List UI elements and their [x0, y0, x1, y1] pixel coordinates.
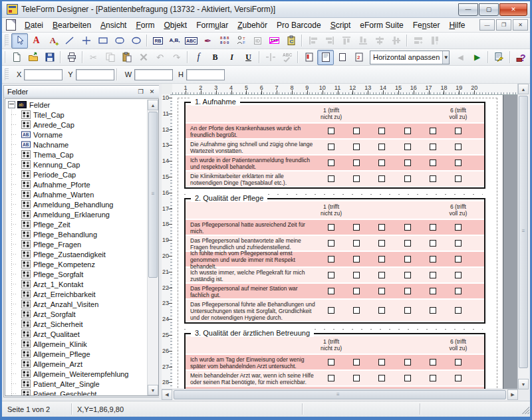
toolbar-grip[interactable]: [5, 68, 9, 80]
tree-item-periode_cap[interactable]: Periode_Cap: [5, 169, 147, 179]
menu-item-eform-suite[interactable]: eForm Suite: [355, 19, 408, 31]
checkbox-cell[interactable]: [319, 355, 344, 369]
capture-field-tool-button[interactable]: RB: [150, 33, 166, 49]
checkbox-cell[interactable]: [395, 252, 420, 266]
tree-scrollbar-thumb[interactable]: [148, 112, 158, 278]
question-row[interactable]: Das Pflegepersonal auf meiner Station wa…: [186, 284, 484, 298]
checkbox-cell[interactable]: [344, 284, 369, 298]
checkbox[interactable]: [455, 307, 462, 314]
checkbox[interactable]: [328, 307, 334, 314]
checkbox[interactable]: [328, 240, 334, 247]
checkbox[interactable]: [455, 272, 462, 278]
panel-float-button[interactable]: ❒: [135, 86, 146, 96]
checkbox[interactable]: [404, 240, 411, 247]
checkbox[interactable]: [430, 224, 436, 231]
checkbox[interactable]: [455, 175, 462, 182]
checkbox[interactable]: [378, 307, 385, 314]
checkbox[interactable]: [378, 288, 385, 294]
checkbox-cell[interactable]: [446, 140, 471, 154]
form-section-3[interactable]: 3. Qualität der ärztlichen Betreuung1 (t…: [184, 333, 485, 389]
menu-item-zubeh-r[interactable]: Zubehör: [233, 19, 272, 31]
checkbox-cell[interactable]: [446, 252, 471, 266]
checkbox-cell[interactable]: [420, 220, 446, 235]
checkbox-cell[interactable]: [420, 284, 446, 298]
checkbox-cell[interactable]: [344, 156, 369, 170]
horizontal-scrollbar[interactable]: ◀ ▶: [162, 389, 518, 401]
print-field-tool-button[interactable]: A,B,: [166, 33, 183, 49]
checkbox[interactable]: [328, 359, 334, 366]
question-row[interactable]: Die Klinikmitarbeiter erklärten mir alle…: [186, 171, 484, 186]
checkbox[interactable]: [328, 375, 334, 381]
checkbox-cell[interactable]: [420, 252, 446, 266]
checkbox[interactable]: [328, 159, 334, 166]
menu-item-pro-barcode[interactable]: Pro Barcode: [272, 19, 326, 31]
autoprint-text-tool-button[interactable]: A✦: [45, 33, 61, 49]
checkbox-cell[interactable]: [420, 236, 446, 251]
checkbox[interactable]: [404, 272, 411, 278]
checkbox[interactable]: [328, 272, 334, 278]
line-tool-button[interactable]: [61, 33, 78, 49]
checkbox-cell[interactable]: [369, 268, 394, 282]
checkbox[interactable]: [404, 144, 411, 150]
question-row[interactable]: Mein behandelnder Arzt war, wenn ich sei…: [186, 371, 484, 385]
checkbox-cell[interactable]: [395, 284, 420, 298]
checkbox-cell[interactable]: [344, 268, 369, 282]
menu-item-fenster[interactable]: Fenster: [408, 19, 445, 31]
tree-item-titel_cap[interactable]: Titel_Cap: [5, 110, 147, 120]
checkbox-cell[interactable]: [319, 252, 344, 266]
scroll-left-arrow[interactable]: ◀: [162, 389, 172, 400]
tree-item-allgemein_weiterempfehlung[interactable]: Allgemein_Weiterempfehlung: [5, 369, 147, 379]
checkbox[interactable]: [378, 224, 385, 231]
tree-item-thema_cap[interactable]: Thema_Cap: [5, 150, 147, 159]
tree-item-pflege_kompetenz[interactable]: Pflege_Kompetenz: [5, 259, 147, 269]
checkbox[interactable]: [353, 375, 360, 381]
checkbox-cell[interactable]: [344, 220, 369, 235]
menu-item-formular[interactable]: Formular: [192, 19, 233, 31]
checkbox-cell[interactable]: [319, 371, 344, 385]
tree-item-arzt_1_kontakt[interactable]: Arzt_1_Kontakt: [5, 279, 147, 289]
signature-field-tool-button[interactable]: ✒: [200, 33, 216, 49]
checkbox-cell[interactable]: [420, 156, 446, 170]
checkbox-cell[interactable]: [395, 236, 420, 251]
checkbox[interactable]: [404, 359, 411, 366]
h-scrollbar-thumb[interactable]: [174, 390, 506, 399]
menu-item-ansicht[interactable]: Ansicht: [96, 19, 131, 31]
tree-item-pflege_fragen[interactable]: Pflege_Fragen: [5, 239, 147, 249]
question-row[interactable]: An der Pforte des Krankenhauses wurde ic…: [186, 124, 484, 138]
toolbar-grip[interactable]: [5, 51, 5, 63]
checkbox-cell[interactable]: [369, 140, 394, 154]
checkbox[interactable]: [353, 307, 360, 314]
checkbox-cell[interactable]: [446, 371, 471, 385]
tree-item-anmeldung_erklaerung[interactable]: Anmeldung_Erklaerung: [5, 209, 147, 219]
form-test-button[interactable]: [491, 50, 507, 65]
web-resources-button[interactable]: [529, 50, 532, 65]
checkbox-cell[interactable]: [369, 300, 394, 321]
checkbox[interactable]: [455, 375, 462, 381]
tree-item-anrede_cap[interactable]: Anrede_Cap: [5, 120, 147, 130]
close-button[interactable]: ✕: [499, 3, 527, 16]
checkbox[interactable]: [328, 256, 334, 262]
checkbox-cell[interactable]: [446, 220, 471, 235]
v-scrollbar-thumb[interactable]: [519, 96, 528, 368]
tree-item-arzt_sicherheit[interactable]: Arzt_Sicherheit: [5, 319, 147, 329]
checkbox[interactable]: [404, 256, 411, 262]
checkbox-cell[interactable]: [369, 284, 394, 298]
checkbox-cell[interactable]: [319, 284, 344, 298]
view-two-pages-button[interactable]: 2: [350, 50, 367, 65]
menu-item-form[interactable]: Form: [131, 19, 159, 31]
mdi-restore-button[interactable]: ❐: [496, 19, 511, 31]
question-row[interactable]: Das Pflegepersonal beantwortete alle mei…: [186, 236, 484, 251]
checkbox-cell[interactable]: [420, 371, 446, 385]
checkbox[interactable]: [353, 272, 360, 278]
checkbox-cell[interactable]: [420, 268, 446, 282]
w-input[interactable]: [134, 69, 173, 80]
checkbox[interactable]: [328, 175, 334, 182]
new-form-button[interactable]: [8, 50, 25, 65]
checkbox-cell[interactable]: [395, 371, 420, 385]
mdi-minimize-button[interactable]: —: [479, 19, 495, 31]
checkbox[interactable]: [430, 288, 436, 294]
window-resize-grip[interactable]: [520, 405, 529, 414]
checkbox[interactable]: [430, 272, 436, 278]
checkbox-cell[interactable]: [319, 140, 344, 154]
checkbox[interactable]: [430, 128, 436, 134]
